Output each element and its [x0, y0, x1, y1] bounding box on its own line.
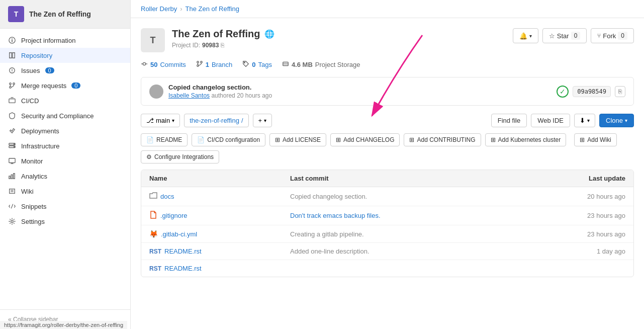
- sidebar-item-security[interactable]: Security and Compliance: [0, 108, 130, 123]
- project-name: The Zen of Reffing 🌐: [172, 28, 274, 40]
- sidebar-item-repository[interactable]: Repository: [0, 48, 130, 63]
- find-file-button[interactable]: Find file: [491, 114, 527, 127]
- sidebar-item-issues[interactable]: Issues 0: [0, 63, 130, 78]
- commit-status-icon: ✓: [557, 86, 569, 98]
- configure-integrations-button[interactable]: ⚙ Configure Integrations: [141, 150, 219, 163]
- copy-id-icon[interactable]: ⎘: [221, 42, 224, 49]
- add-kubernetes-button[interactable]: ⊞ Add Kubernetes cluster: [485, 133, 567, 146]
- commit-author-avatar: [149, 85, 163, 99]
- issues-icon: [8, 66, 16, 74]
- sidebar-item-label: Deployments: [21, 127, 59, 135]
- issues-badge: 0: [45, 67, 54, 73]
- sidebar-item-wiki[interactable]: Wiki: [0, 184, 130, 199]
- commit-author-link[interactable]: Isabelle Santos: [168, 92, 210, 99]
- file-name-cell: docs: [141, 187, 282, 206]
- table-row: .gitignore Don't track emacs backup file…: [141, 206, 633, 225]
- commit-message: Copied changelog section.: [168, 84, 272, 91]
- notifications-button[interactable]: 🔔 ▾: [513, 28, 538, 43]
- svg-point-14: [14, 146, 15, 147]
- file-commit-cell: Copied changelog section.: [282, 187, 553, 206]
- add-license-button[interactable]: ⊞ Add LICENSE: [269, 133, 326, 146]
- file-name-cell: RST README.rst: [141, 260, 282, 277]
- plus-icon: ⊞: [580, 136, 585, 143]
- svg-point-24: [11, 220, 13, 222]
- info-icon: [8, 36, 16, 44]
- add-contributing-button[interactable]: ⊞ Add CONTRIBUTING: [404, 133, 481, 146]
- path-breadcrumb: the-zen-of-reffing /: [184, 114, 248, 127]
- wiki-icon: [8, 187, 16, 195]
- sidebar-item-project-information[interactable]: Project information: [0, 33, 130, 48]
- sidebar-item-label: Wiki: [21, 188, 34, 195]
- sidebar-item-deployments[interactable]: Deployments: [0, 123, 130, 138]
- col-name: Name: [141, 170, 282, 187]
- file-link[interactable]: docs: [160, 193, 174, 200]
- cicd-config-button[interactable]: 📄 CI/CD configuration: [192, 133, 265, 146]
- snippet-icon: [8, 202, 16, 210]
- sidebar-item-label: Merge requests: [21, 82, 66, 90]
- star-button[interactable]: ☆ Star 0: [542, 28, 587, 43]
- merge-icon: [8, 81, 16, 90]
- file-link[interactable]: README.rst: [164, 248, 202, 255]
- commit-meta: Isabelle Santos authored 20 hours ago: [168, 92, 272, 99]
- gear-icon: ⚙: [146, 153, 152, 160]
- plus-icon: ⊞: [275, 136, 280, 143]
- add-wiki-button[interactable]: ⊞ Add Wiki: [574, 133, 616, 146]
- sidebar-item-infrastructure[interactable]: Infrastructure: [0, 138, 130, 153]
- file-commit-cell: Creating a gitlab pipeline.: [282, 225, 553, 242]
- chevron-down-icon: ▾: [625, 118, 627, 123]
- breadcrumb: Roller Derby › The Zen of Reffing: [131, 0, 644, 18]
- add-changelog-button[interactable]: ⊞ Add CHANGELOG: [330, 133, 400, 146]
- sidebar-item-analytics[interactable]: Analytics: [0, 169, 130, 184]
- file-link[interactable]: .gitignore: [160, 212, 187, 219]
- chevron-down-icon: ▾: [172, 118, 174, 123]
- commit-link[interactable]: Don't track emacs backup files.: [290, 212, 381, 219]
- project-id: Project ID: 90983 ⎘: [172, 42, 274, 49]
- web-ide-button[interactable]: Web IDE: [531, 114, 570, 127]
- breadcrumb-parent[interactable]: Roller Derby: [141, 5, 177, 13]
- svg-point-8: [13, 83, 15, 85]
- rst-icon: RST: [149, 265, 161, 272]
- repo-controls-left: ⎇ main ▾ the-zen-of-reffing / + ▾: [141, 114, 272, 127]
- sidebar-item-snippets[interactable]: Snippets: [0, 199, 130, 214]
- commits-stat[interactable]: 50 Commits: [141, 60, 186, 69]
- sidebar-item-label: Settings: [21, 218, 45, 225]
- project-avatar: T: [8, 6, 24, 22]
- svg-point-13: [14, 144, 15, 145]
- breadcrumb-current[interactable]: The Zen of Reffing: [186, 5, 239, 13]
- branches-stat[interactable]: 1 Branch: [196, 60, 232, 69]
- svg-rect-10: [9, 99, 15, 103]
- gitlab-ci-icon: 🦊: [149, 230, 158, 238]
- branch-icon: [196, 60, 203, 69]
- commit-bar: Copied changelog section. Isabelle Santo…: [141, 77, 634, 106]
- file-link[interactable]: README.rst: [164, 265, 202, 272]
- file-link[interactable]: .gitlab-ci.yml: [161, 230, 197, 238]
- branch-selector[interactable]: ⎇ main ▾: [141, 114, 180, 127]
- copy-hash-button[interactable]: ⎘: [615, 86, 625, 97]
- monitor-icon: [8, 157, 16, 165]
- storage-icon: [282, 60, 289, 69]
- fork-button[interactable]: ⑂ Fork 0: [591, 28, 634, 43]
- table-header: Name Last commit Last update: [141, 170, 633, 187]
- sidebar-item-settings[interactable]: Settings: [0, 214, 130, 229]
- chevron-down-icon: ▾: [264, 118, 266, 123]
- sidebar-item-label: Repository: [21, 52, 52, 59]
- sidebar-item-cicd[interactable]: CI/CD: [0, 93, 130, 108]
- fork-count: 0: [618, 32, 627, 40]
- breadcrumb-separator: ›: [180, 5, 182, 13]
- sidebar-item-monitor[interactable]: Monitor: [0, 153, 130, 169]
- commit-right: ✓ 09a98549 ⎘: [557, 86, 625, 98]
- readme-button[interactable]: 📄 README: [141, 133, 188, 146]
- sidebar-item-label: Project information: [21, 37, 75, 44]
- sidebar-item-merge-requests[interactable]: Merge requests 0: [0, 78, 130, 93]
- commits-icon: [141, 60, 148, 69]
- branch-icon: ⎇: [146, 117, 154, 124]
- file-commit-cell: [282, 260, 553, 277]
- tags-stat[interactable]: 0 Tags: [242, 60, 272, 69]
- plus-icon: ⊞: [336, 136, 341, 143]
- chevron-down-icon: ▾: [587, 118, 590, 123]
- add-file-button[interactable]: + ▾: [253, 114, 272, 127]
- clone-button[interactable]: Clone ▾: [599, 114, 634, 127]
- chart-icon: [8, 172, 16, 180]
- table-row: RST README.rst: [141, 260, 633, 277]
- download-button[interactable]: ⬇ ▾: [574, 114, 595, 127]
